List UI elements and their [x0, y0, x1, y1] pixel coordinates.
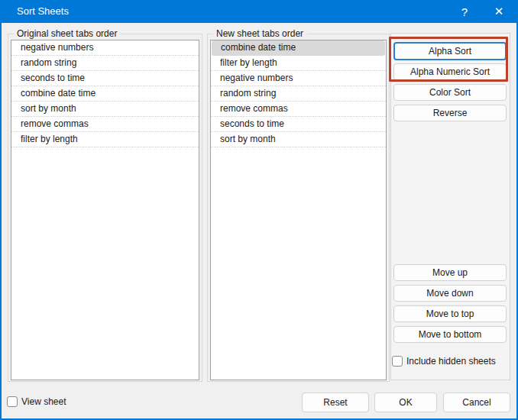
- alpha-numeric-sort-button[interactable]: Alpha Numeric Sort: [393, 63, 507, 80]
- list-item[interactable]: filter by length: [11, 132, 199, 147]
- include-hidden-sheets-checkbox[interactable]: [392, 356, 403, 367]
- reverse-button[interactable]: Reverse: [393, 105, 507, 121]
- list-item[interactable]: random string: [11, 56, 199, 71]
- original-order-list[interactable]: negative numbersrandom stringseconds to …: [11, 40, 199, 380]
- alpha-sort-button[interactable]: Alpha Sort: [393, 42, 507, 60]
- sort-sheets-dialog: Sort Sheets ? ✕ Original sheet tabs orde…: [0, 0, 518, 420]
- move-to-bottom-button[interactable]: Move to bottom: [393, 326, 507, 343]
- list-item[interactable]: seconds to time: [11, 71, 199, 86]
- close-button[interactable]: ✕: [484, 0, 513, 23]
- move-to-top-button[interactable]: Move to top: [393, 305, 507, 322]
- list-item[interactable]: remove commas: [11, 117, 199, 132]
- move-down-button[interactable]: Move down: [393, 285, 507, 302]
- view-sheet-checkbox[interactable]: [7, 396, 18, 407]
- new-order-list[interactable]: combine date timefilter by lengthnegativ…: [210, 40, 387, 380]
- color-sort-button[interactable]: Color Sort: [393, 84, 507, 101]
- include-hidden-sheets-label: Include hidden sheets: [406, 356, 496, 367]
- list-item[interactable]: remove commas: [211, 102, 386, 117]
- list-item[interactable]: combine date time: [212, 40, 385, 56]
- original-order-label: Original sheet tabs order: [14, 28, 120, 39]
- list-item[interactable]: seconds to time: [211, 117, 386, 132]
- view-sheet-row: View sheet: [7, 394, 66, 409]
- list-item[interactable]: negative numbers: [211, 71, 386, 86]
- include-hidden-sheets-row: Include hidden sheets: [392, 354, 496, 369]
- close-icon: ✕: [494, 5, 504, 18]
- list-item[interactable]: combine date time: [11, 86, 199, 102]
- ok-button[interactable]: OK: [374, 393, 437, 412]
- help-button[interactable]: ?: [452, 0, 477, 23]
- help-icon: ?: [461, 5, 468, 18]
- new-order-label: New sheet tabs order: [213, 28, 306, 39]
- titlebar[interactable]: Sort Sheets ? ✕: [0, 0, 518, 23]
- reset-button[interactable]: Reset: [302, 393, 369, 412]
- view-sheet-label: View sheet: [21, 396, 66, 407]
- cancel-button[interactable]: Cancel: [443, 393, 510, 412]
- list-item[interactable]: sort by month: [11, 102, 199, 117]
- window-title: Sort Sheets: [17, 0, 69, 23]
- list-item[interactable]: negative numbers: [11, 40, 199, 56]
- move-up-button[interactable]: Move up: [393, 264, 507, 281]
- list-item[interactable]: sort by month: [211, 132, 386, 147]
- list-item[interactable]: random string: [211, 86, 386, 102]
- list-item[interactable]: filter by length: [211, 56, 386, 71]
